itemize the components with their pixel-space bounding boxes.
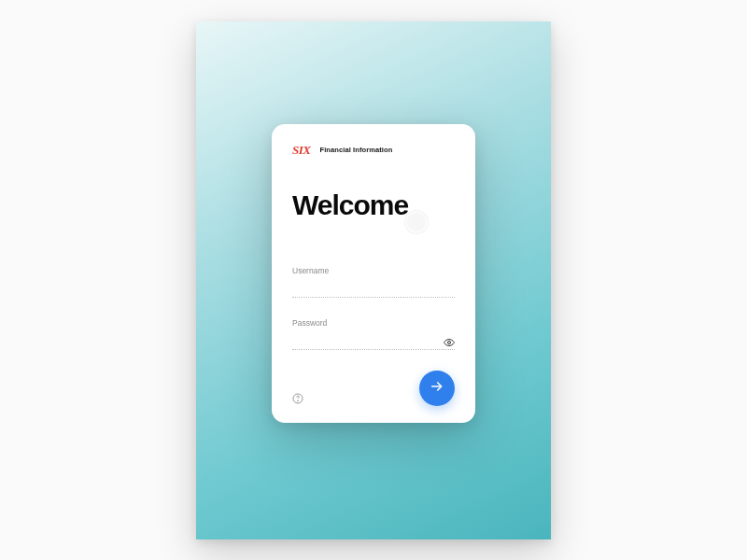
username-field: Username: [292, 266, 455, 298]
username-label: Username: [292, 266, 455, 275]
password-label: Password: [292, 318, 455, 328]
arrow-right-icon: [430, 379, 444, 397]
login-card: SIX Financial Information Welcome Userna…: [272, 124, 475, 423]
app-background: SIX Financial Information Welcome Userna…: [196, 21, 551, 539]
svg-point-0: [448, 341, 451, 343]
touch-ripple-icon: [404, 210, 429, 234]
logo: SIX: [292, 143, 310, 158]
password-field: Password: [292, 318, 455, 350]
brand-row: SIX Financial Information: [292, 143, 455, 158]
submit-button[interactable]: [419, 371, 455, 406]
login-form: Username Password: [292, 266, 455, 350]
svg-point-2: [298, 400, 299, 401]
brand-subtitle: Financial Information: [319, 146, 392, 154]
password-input[interactable]: [292, 334, 455, 350]
username-input[interactable]: [292, 282, 455, 298]
title-text: Welcome: [292, 189, 408, 220]
help-icon[interactable]: [292, 391, 303, 402]
page-title: Welcome: [292, 189, 455, 221]
eye-icon[interactable]: [444, 335, 455, 346]
card-footer: [292, 371, 455, 406]
